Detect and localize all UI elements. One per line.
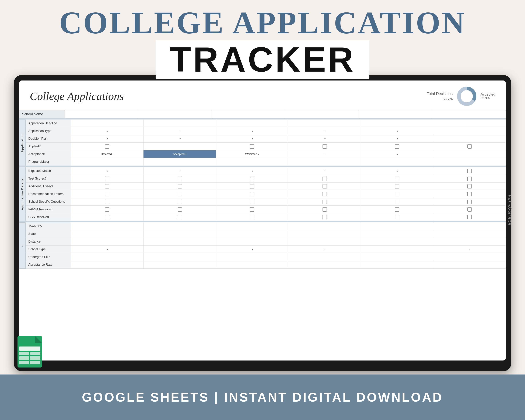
checkbox-ae-5[interactable] xyxy=(395,184,399,188)
css-col4[interactable] xyxy=(288,213,361,221)
checkbox-ae-2[interactable] xyxy=(178,184,182,188)
app-type-col5[interactable]: ▾ xyxy=(361,127,433,135)
applied-col2[interactable] xyxy=(143,143,216,150)
st-col1[interactable]: ▾ xyxy=(71,245,143,253)
app-deadline-col4[interactable] xyxy=(288,120,361,127)
css-col5[interactable] xyxy=(361,213,433,221)
ar-col6[interactable] xyxy=(433,261,506,269)
essays-col6[interactable] xyxy=(433,183,506,190)
checkbox-ssq-1[interactable] xyxy=(105,200,109,204)
expected-col2[interactable]: ▾ xyxy=(143,167,216,175)
checkbox-css-5[interactable] xyxy=(395,215,399,219)
program-col4[interactable] xyxy=(288,158,361,166)
applied-col4[interactable] xyxy=(288,143,361,150)
checkbox-ae-6[interactable] xyxy=(468,184,472,188)
checkbox-applied-5[interactable] xyxy=(395,144,399,149)
app-type-col3[interactable]: ▾ xyxy=(216,127,288,135)
css-col2[interactable] xyxy=(143,213,216,221)
decision-plan-col5[interactable]: ▾ xyxy=(361,135,433,142)
checkbox-rl-3[interactable] xyxy=(250,192,254,196)
checkbox-rl-2[interactable] xyxy=(178,192,182,196)
fafsa-col1[interactable] xyxy=(71,206,143,213)
ts-col2[interactable] xyxy=(143,175,216,182)
ar-col2[interactable] xyxy=(143,261,216,269)
distance-col1[interactable] xyxy=(71,238,143,245)
school-name-col1[interactable] xyxy=(65,111,138,118)
town-col6[interactable] xyxy=(433,223,506,230)
expected-col4[interactable]: ▾ xyxy=(288,167,361,175)
st-col2[interactable] xyxy=(143,245,216,253)
rl-col2[interactable] xyxy=(143,190,216,198)
distance-col2[interactable] xyxy=(143,238,216,245)
ssq-col6[interactable] xyxy=(433,198,506,205)
checkbox-ts-4[interactable] xyxy=(323,177,327,181)
applied-col5[interactable] xyxy=(361,143,433,150)
expected-col6[interactable] xyxy=(433,167,506,175)
decision-plan-col2[interactable]: ▾ xyxy=(143,135,216,142)
checkbox-rl-1[interactable] xyxy=(105,192,109,196)
css-col3[interactable] xyxy=(216,213,288,221)
state-col3[interactable] xyxy=(216,230,288,238)
ts-col6[interactable] xyxy=(433,175,506,182)
essays-col1[interactable] xyxy=(71,183,143,190)
decision-plan-col4[interactable]: ▾ xyxy=(288,135,361,142)
ts-col1[interactable] xyxy=(71,175,143,182)
ssq-col3[interactable] xyxy=(216,198,288,205)
ar-col5[interactable] xyxy=(361,261,433,269)
checkbox-ssq-2[interactable] xyxy=(178,200,182,204)
acceptance-col3[interactable]: Waitlisted ▾ xyxy=(216,150,288,158)
ts-col5[interactable] xyxy=(361,175,433,182)
school-name-col2[interactable] xyxy=(138,111,212,118)
decision-plan-col1[interactable]: ▾ xyxy=(71,135,143,142)
checkbox-fafsa-1[interactable] xyxy=(105,207,109,212)
essays-col2[interactable] xyxy=(143,183,216,190)
rl-col5[interactable] xyxy=(361,190,433,198)
checkbox-css-2[interactable] xyxy=(178,215,182,219)
distance-col6[interactable] xyxy=(433,238,506,245)
rl-col6[interactable] xyxy=(433,190,506,198)
checkbox-fafsa-4[interactable] xyxy=(323,207,327,212)
checkbox-css-6[interactable] xyxy=(468,215,472,219)
checkbox-ae-4[interactable] xyxy=(323,184,327,188)
app-type-col6[interactable] xyxy=(433,127,506,135)
checkbox-fafsa-6[interactable] xyxy=(468,207,472,212)
checkbox-css-4[interactable] xyxy=(323,215,327,219)
app-deadline-col1[interactable] xyxy=(71,120,143,127)
town-col1[interactable] xyxy=(71,223,143,230)
town-col5[interactable] xyxy=(361,223,433,230)
applied-col3[interactable] xyxy=(216,143,288,150)
essays-col4[interactable] xyxy=(288,183,361,190)
app-deadline-col3[interactable] xyxy=(216,120,288,127)
essays-col3[interactable] xyxy=(216,183,288,190)
us-col5[interactable] xyxy=(361,253,433,261)
checkbox-ssq-4[interactable] xyxy=(323,200,327,204)
checkbox-em-6[interactable] xyxy=(468,169,472,173)
state-col5[interactable] xyxy=(361,230,433,238)
acceptance-col4[interactable]: ▾ xyxy=(288,150,361,158)
us-col3[interactable] xyxy=(216,253,288,261)
checkbox-rl-4[interactable] xyxy=(323,192,327,196)
checkbox-applied-3[interactable] xyxy=(250,144,254,149)
expected-col1[interactable]: ▾ xyxy=(71,167,143,175)
rl-col1[interactable] xyxy=(71,190,143,198)
fafsa-col5[interactable] xyxy=(361,206,433,213)
essays-col5[interactable] xyxy=(361,183,433,190)
distance-col3[interactable] xyxy=(216,238,288,245)
checkbox-rl-5[interactable] xyxy=(395,192,399,196)
css-col1[interactable] xyxy=(71,213,143,221)
program-col1[interactable] xyxy=(71,158,143,166)
us-col1[interactable] xyxy=(71,253,143,261)
expected-col3[interactable]: ▾ xyxy=(216,167,288,175)
school-name-col4[interactable] xyxy=(285,111,359,118)
css-col6[interactable] xyxy=(433,213,506,221)
checkbox-applied-6[interactable] xyxy=(468,144,472,149)
checkbox-fafsa-3[interactable] xyxy=(250,207,254,212)
applied-col6[interactable] xyxy=(433,143,506,150)
checkbox-ts-5[interactable] xyxy=(395,177,399,181)
checkbox-ts-6[interactable] xyxy=(468,177,472,181)
school-name-col5[interactable] xyxy=(359,111,432,118)
decision-plan-col3[interactable]: ▾ xyxy=(216,135,288,142)
school-name-col3[interactable] xyxy=(212,111,285,118)
checkbox-ts-2[interactable] xyxy=(178,177,182,181)
ssq-col5[interactable] xyxy=(361,198,433,205)
